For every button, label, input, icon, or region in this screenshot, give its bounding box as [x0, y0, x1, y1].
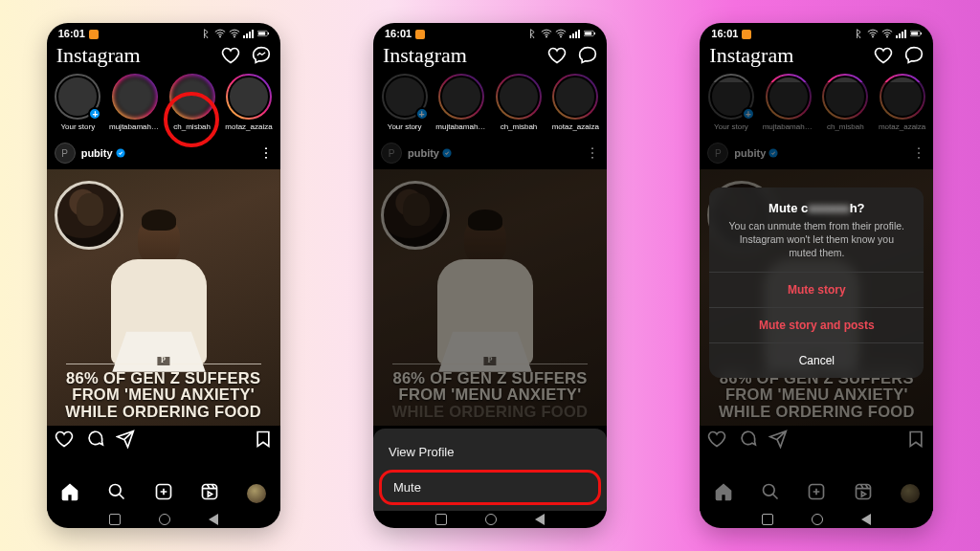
stories-row[interactable]: +Your story mujtabamahbo... ch_misbah mo… — [47, 74, 280, 137]
dialog-message: You can unmute them from their profile. … — [709, 219, 924, 272]
status-bar: 16:01 — [373, 23, 607, 41]
nav-home[interactable] — [60, 482, 79, 505]
dialog-cancel[interactable]: Cancel — [709, 342, 924, 378]
status-bar: 16:01 — [47, 23, 280, 41]
story-item-3[interactable]: motaz_azaiza — [550, 74, 601, 131]
svg-rect-20 — [585, 32, 591, 34]
comment-icon[interactable] — [85, 430, 104, 449]
post-avatar[interactable]: P — [381, 143, 402, 164]
svg-rect-25 — [896, 35, 898, 38]
messenger-icon[interactable] — [904, 46, 924, 65]
post-more-icon[interactable]: ⋯ — [258, 146, 274, 160]
sheet-mute[interactable]: Mute — [379, 470, 601, 505]
post-actions — [47, 426, 280, 452]
post-avatar[interactable]: P — [55, 143, 76, 164]
post-headline: 86% OF GEN Z SUFFERS FROM 'MENU ANXIETY'… — [47, 364, 280, 420]
dialog-mute-story[interactable]: Mute story — [709, 272, 924, 307]
svg-rect-2 — [243, 35, 245, 38]
instagram-logo[interactable]: Instagram — [56, 43, 141, 68]
story-item-3[interactable]: motaz_azaiza — [223, 74, 274, 131]
svg-rect-16 — [572, 33, 574, 38]
battery-icon — [910, 29, 922, 38]
svg-rect-5 — [252, 30, 254, 38]
svg-rect-27 — [902, 32, 903, 38]
svg-rect-28 — [904, 30, 906, 38]
signal-icon — [896, 29, 907, 38]
nav-create[interactable] — [154, 482, 173, 505]
heart-icon[interactable] — [221, 46, 240, 65]
instagram-logo[interactable]: Instagram — [709, 43, 793, 68]
status-app-indicator — [89, 30, 99, 39]
bottom-nav — [47, 476, 280, 511]
bluetooth-icon — [853, 29, 864, 38]
nav-reels[interactable] — [200, 482, 219, 505]
battery-icon — [257, 29, 269, 38]
stories-row[interactable]: +Your story mujtabamahbo... ch_misbah mo… — [373, 74, 607, 137]
post-author[interactable]: pubity — [81, 147, 125, 159]
dialog-mute-story-posts[interactable]: Mute story and posts — [709, 307, 924, 342]
system-nav — [373, 511, 607, 528]
signal-icon — [243, 29, 255, 38]
nav-search[interactable] — [107, 482, 126, 505]
sys-home[interactable] — [159, 514, 170, 525]
svg-rect-15 — [569, 35, 571, 38]
wifi-icon — [541, 29, 552, 38]
add-story-plus-icon[interactable]: + — [88, 107, 101, 121]
like-icon[interactable] — [55, 430, 74, 449]
svg-rect-26 — [899, 33, 901, 38]
story-item-2[interactable]: ch_misbah — [493, 74, 544, 131]
svg-point-13 — [546, 36, 547, 38]
svg-point-23 — [872, 36, 874, 38]
post-image[interactable]: 86% OF GEN Z SUFFERS FROM 'MENU ANXIETY'… — [373, 169, 607, 426]
bluetooth-icon — [526, 29, 538, 38]
story-item-1[interactable]: mujtabamahbo... — [435, 74, 487, 131]
phone-screen-3: 16:01 Instagram +Your story mujtabamahbo… — [700, 23, 933, 528]
story-item-2[interactable]: ch_misbah — [167, 74, 217, 131]
wifi-icon-2 — [881, 29, 893, 38]
svg-rect-3 — [246, 33, 248, 38]
heart-icon[interactable] — [547, 46, 567, 65]
sheet-view-profile[interactable]: View Profile — [375, 434, 605, 470]
post-header: P pubity ⋯ — [373, 137, 607, 169]
wifi-icon-2 — [555, 29, 567, 38]
signal-icon — [569, 29, 581, 38]
share-icon[interactable] — [116, 430, 135, 449]
app-header: Instagram — [47, 41, 280, 74]
system-nav — [700, 511, 933, 528]
post-more-icon[interactable]: ⋯ — [585, 146, 600, 160]
dialog-title: Mute cxxxxxxh? — [709, 187, 924, 219]
battery-icon — [584, 29, 595, 38]
app-header: Instagram — [373, 41, 607, 74]
mute-dialog: Mute cxxxxxxh? You can unmute them from … — [709, 187, 924, 378]
story-your-story[interactable]: +Your story — [379, 74, 430, 131]
wifi-icon — [214, 29, 226, 38]
svg-point-0 — [219, 36, 221, 38]
svg-point-1 — [234, 36, 235, 38]
wifi-icon — [867, 29, 879, 38]
story-your-story[interactable]: +Your story — [53, 74, 103, 131]
svg-point-24 — [886, 36, 888, 38]
svg-rect-21 — [594, 33, 595, 34]
save-icon[interactable] — [254, 430, 273, 449]
post-author[interactable]: pubity — [408, 147, 452, 159]
sys-recent[interactable] — [109, 514, 121, 525]
phone-screen-1: 16:01 Instagram +Your story mujtabamahbo… — [47, 23, 280, 528]
messenger-icon[interactable] — [578, 46, 597, 65]
status-time: 16:01 — [58, 28, 85, 39]
sys-back[interactable] — [209, 514, 218, 525]
svg-rect-30 — [911, 32, 918, 34]
instagram-logo[interactable]: Instagram — [383, 43, 467, 68]
post-image[interactable]: 86% OF GEN Z SUFFERS FROM 'MENU ANXIETY'… — [47, 169, 280, 426]
wifi-icon-2 — [229, 29, 240, 38]
post-header: P pubity ⋯ — [47, 137, 280, 169]
post-headline: 86% OF GEN Z SUFFERS FROM 'MENU ANXIETY'… — [373, 364, 607, 420]
svg-rect-18 — [578, 30, 580, 38]
story-item-1[interactable]: mujtabamahbo... — [109, 74, 161, 131]
svg-rect-4 — [249, 32, 251, 38]
nav-profile[interactable] — [247, 484, 266, 503]
svg-rect-17 — [575, 32, 577, 38]
heart-icon[interactable] — [874, 46, 893, 65]
svg-rect-8 — [268, 33, 269, 34]
messenger-icon[interactable] — [252, 46, 271, 65]
bottom-sheet: View Profile Mute — [373, 429, 607, 511]
